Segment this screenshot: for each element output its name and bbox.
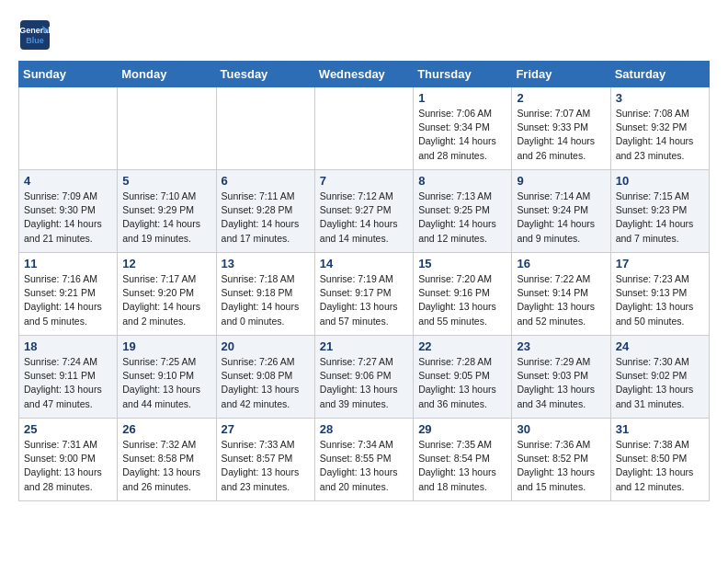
- day-info: Sunrise: 7:28 AM Sunset: 9:05 PM Dayligh…: [418, 355, 506, 411]
- day-cell: 11Sunrise: 7:16 AM Sunset: 9:21 PM Dayli…: [19, 253, 118, 336]
- day-cell: 7Sunrise: 7:12 AM Sunset: 9:27 PM Daylig…: [314, 170, 413, 253]
- day-number: 3: [616, 91, 704, 105]
- day-cell: 13Sunrise: 7:18 AM Sunset: 9:18 PM Dayli…: [216, 253, 314, 336]
- col-header-monday: Monday: [118, 62, 216, 87]
- day-number: 1: [418, 91, 506, 105]
- header: General Blue: [18, 18, 710, 52]
- day-cell: 29Sunrise: 7:35 AM Sunset: 8:54 PM Dayli…: [414, 419, 512, 501]
- svg-text:Blue: Blue: [26, 36, 44, 45]
- day-number: 16: [517, 257, 605, 270]
- day-number: 14: [320, 257, 408, 270]
- day-info: Sunrise: 7:12 AM Sunset: 9:27 PM Dayligh…: [320, 190, 408, 246]
- day-number: 22: [418, 339, 506, 353]
- svg-rect-0: [20, 20, 50, 50]
- day-cell: [19, 87, 118, 170]
- day-cell: 6Sunrise: 7:11 AM Sunset: 9:28 PM Daylig…: [216, 170, 314, 253]
- day-number: 18: [24, 339, 112, 353]
- day-info: Sunrise: 7:18 AM Sunset: 9:18 PM Dayligh…: [222, 272, 310, 328]
- day-info: Sunrise: 7:11 AM Sunset: 9:28 PM Dayligh…: [222, 190, 310, 246]
- day-cell: 22Sunrise: 7:28 AM Sunset: 9:05 PM Dayli…: [414, 336, 512, 419]
- day-number: 25: [24, 422, 112, 436]
- day-number: 4: [24, 174, 112, 188]
- day-cell: 16Sunrise: 7:22 AM Sunset: 9:14 PM Dayli…: [512, 253, 610, 336]
- day-number: 19: [122, 339, 210, 353]
- day-info: Sunrise: 7:38 AM Sunset: 8:50 PM Dayligh…: [616, 438, 704, 494]
- day-info: Sunrise: 7:10 AM Sunset: 9:29 PM Dayligh…: [122, 190, 210, 246]
- day-cell: 14Sunrise: 7:19 AM Sunset: 9:17 PM Dayli…: [314, 253, 413, 336]
- day-number: 11: [24, 257, 112, 270]
- day-cell: 4Sunrise: 7:09 AM Sunset: 9:30 PM Daylig…: [19, 170, 118, 253]
- day-cell: 19Sunrise: 7:25 AM Sunset: 9:10 PM Dayli…: [118, 336, 216, 419]
- calendar-table: SundayMondayTuesdayWednesdayThursdayFrid…: [18, 61, 710, 501]
- day-number: 13: [222, 257, 310, 270]
- day-number: 8: [418, 174, 506, 188]
- day-info: Sunrise: 7:23 AM Sunset: 9:13 PM Dayligh…: [616, 272, 704, 328]
- day-info: Sunrise: 7:36 AM Sunset: 8:52 PM Dayligh…: [517, 438, 605, 494]
- day-cell: 31Sunrise: 7:38 AM Sunset: 8:50 PM Dayli…: [610, 419, 709, 501]
- day-info: Sunrise: 7:16 AM Sunset: 9:21 PM Dayligh…: [24, 272, 112, 328]
- day-info: Sunrise: 7:20 AM Sunset: 9:16 PM Dayligh…: [418, 272, 506, 328]
- day-cell: [314, 87, 413, 170]
- week-row-4: 25Sunrise: 7:31 AM Sunset: 9:00 PM Dayli…: [19, 419, 710, 501]
- calendar-body: 1Sunrise: 7:06 AM Sunset: 9:34 PM Daylig…: [19, 87, 710, 501]
- logo-icon: General Blue: [18, 18, 51, 52]
- day-number: 12: [122, 257, 210, 270]
- day-cell: 23Sunrise: 7:29 AM Sunset: 9:03 PM Dayli…: [512, 336, 610, 419]
- day-number: 23: [517, 339, 605, 353]
- day-info: Sunrise: 7:24 AM Sunset: 9:11 PM Dayligh…: [24, 355, 112, 411]
- day-info: Sunrise: 7:30 AM Sunset: 9:02 PM Dayligh…: [616, 355, 704, 411]
- day-cell: 20Sunrise: 7:26 AM Sunset: 9:08 PM Dayli…: [216, 336, 314, 419]
- day-info: Sunrise: 7:17 AM Sunset: 9:20 PM Dayligh…: [122, 272, 210, 328]
- day-cell: 15Sunrise: 7:20 AM Sunset: 9:16 PM Dayli…: [414, 253, 512, 336]
- day-cell: 9Sunrise: 7:14 AM Sunset: 9:24 PM Daylig…: [512, 170, 610, 253]
- day-cell: 5Sunrise: 7:10 AM Sunset: 9:29 PM Daylig…: [118, 170, 216, 253]
- day-cell: 26Sunrise: 7:32 AM Sunset: 8:58 PM Dayli…: [118, 419, 216, 501]
- col-header-thursday: Thursday: [414, 62, 512, 87]
- day-info: Sunrise: 7:29 AM Sunset: 9:03 PM Dayligh…: [517, 355, 605, 411]
- day-number: 7: [320, 174, 408, 188]
- col-header-tuesday: Tuesday: [216, 62, 314, 87]
- day-cell: 18Sunrise: 7:24 AM Sunset: 9:11 PM Dayli…: [19, 336, 118, 419]
- day-cell: 17Sunrise: 7:23 AM Sunset: 9:13 PM Dayli…: [610, 253, 709, 336]
- week-row-1: 4Sunrise: 7:09 AM Sunset: 9:30 PM Daylig…: [19, 170, 710, 253]
- day-cell: 28Sunrise: 7:34 AM Sunset: 8:55 PM Dayli…: [314, 419, 413, 501]
- day-info: Sunrise: 7:09 AM Sunset: 9:30 PM Dayligh…: [24, 190, 112, 246]
- day-info: Sunrise: 7:35 AM Sunset: 8:54 PM Dayligh…: [418, 438, 506, 494]
- col-header-wednesday: Wednesday: [314, 62, 413, 87]
- col-header-friday: Friday: [512, 62, 610, 87]
- day-cell: [216, 87, 314, 170]
- day-cell: 1Sunrise: 7:06 AM Sunset: 9:34 PM Daylig…: [414, 87, 512, 170]
- day-cell: 10Sunrise: 7:15 AM Sunset: 9:23 PM Dayli…: [610, 170, 709, 253]
- day-number: 24: [616, 339, 704, 353]
- day-cell: 25Sunrise: 7:31 AM Sunset: 9:00 PM Dayli…: [19, 419, 118, 501]
- day-info: Sunrise: 7:07 AM Sunset: 9:33 PM Dayligh…: [517, 107, 605, 163]
- logo: General Blue: [18, 18, 55, 52]
- day-number: 6: [222, 174, 310, 188]
- day-number: 20: [222, 339, 310, 353]
- day-info: Sunrise: 7:34 AM Sunset: 8:55 PM Dayligh…: [320, 438, 408, 494]
- day-cell: 12Sunrise: 7:17 AM Sunset: 9:20 PM Dayli…: [118, 253, 216, 336]
- day-info: Sunrise: 7:22 AM Sunset: 9:14 PM Dayligh…: [517, 272, 605, 328]
- page: General Blue SundayMondayTuesdayWednesda…: [0, 0, 728, 511]
- day-number: 28: [320, 422, 408, 436]
- col-header-saturday: Saturday: [610, 62, 709, 87]
- day-cell: 24Sunrise: 7:30 AM Sunset: 9:02 PM Dayli…: [610, 336, 709, 419]
- day-info: Sunrise: 7:31 AM Sunset: 9:00 PM Dayligh…: [24, 438, 112, 494]
- day-number: 27: [222, 422, 310, 436]
- day-number: 10: [616, 174, 704, 188]
- week-row-2: 11Sunrise: 7:16 AM Sunset: 9:21 PM Dayli…: [19, 253, 710, 336]
- day-info: Sunrise: 7:19 AM Sunset: 9:17 PM Dayligh…: [320, 272, 408, 328]
- day-number: 26: [122, 422, 210, 436]
- calendar-header: SundayMondayTuesdayWednesdayThursdayFrid…: [19, 62, 710, 87]
- day-info: Sunrise: 7:08 AM Sunset: 9:32 PM Dayligh…: [616, 107, 704, 163]
- day-number: 21: [320, 339, 408, 353]
- day-number: 9: [517, 174, 605, 188]
- day-cell: 2Sunrise: 7:07 AM Sunset: 9:33 PM Daylig…: [512, 87, 610, 170]
- col-header-sunday: Sunday: [19, 62, 118, 87]
- day-number: 29: [418, 422, 506, 436]
- day-info: Sunrise: 7:27 AM Sunset: 9:06 PM Dayligh…: [320, 355, 408, 411]
- day-number: 30: [517, 422, 605, 436]
- day-cell: 8Sunrise: 7:13 AM Sunset: 9:25 PM Daylig…: [414, 170, 512, 253]
- day-number: 2: [517, 91, 605, 105]
- day-cell: 27Sunrise: 7:33 AM Sunset: 8:57 PM Dayli…: [216, 419, 314, 501]
